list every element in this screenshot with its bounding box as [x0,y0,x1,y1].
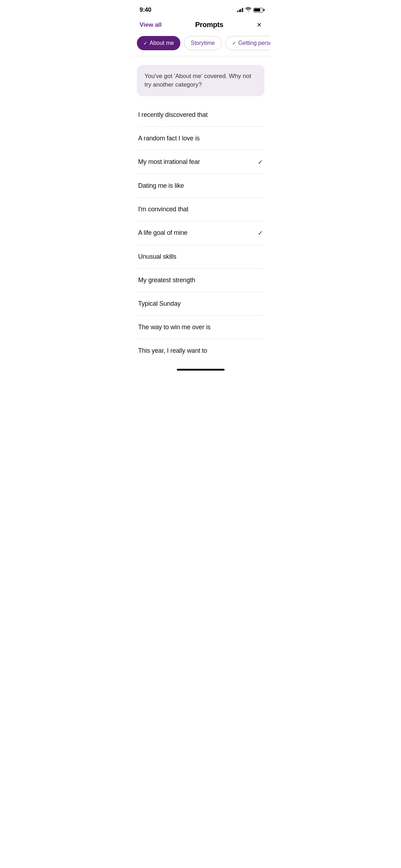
prompt-item-typical-sunday[interactable]: Typical Sunday [137,292,264,316]
prompt-text: I'm convinced that [138,206,189,213]
status-time: 9:40 [140,6,151,14]
prompt-list: I recently discovered that A random fact… [131,103,270,362]
header: View all Prompts × [131,18,270,35]
tab-storytime[interactable]: Storytime [184,36,222,50]
signal-icon [237,8,243,12]
close-button[interactable]: × [257,21,262,29]
prompt-text: The way to win me over is [138,324,211,331]
header-divider [131,56,270,56]
tab-storytime-label: Storytime [191,40,215,46]
prompt-item-unusual-skills[interactable]: Unusual skills [137,245,264,269]
tab-getting-personal[interactable]: ✓ Getting perso... [225,36,270,50]
prompt-text: Unusual skills [138,253,176,260]
checkmark-icon: ✓ [258,158,263,166]
prompt-text: I recently discovered that [138,111,208,119]
checkmark-icon: ✓ [258,229,263,237]
info-banner: You've got 'About me' covered. Why not t… [137,65,264,96]
prompt-item-irrational-fear[interactable]: My most irrational fear ✓ [137,150,264,174]
prompt-item-recently-discovered[interactable]: I recently discovered that [137,103,264,127]
prompt-item-this-year[interactable]: This year, I really want to [137,339,264,362]
prompt-item-dating-me[interactable]: Dating me is like [137,174,264,198]
battery-icon [253,8,263,12]
prompt-text: This year, I really want to [138,347,207,355]
tab-about-me-label: About me [150,40,174,46]
tab-getting-personal-check-icon: ✓ [232,40,236,46]
prompt-text: My most irrational fear [138,158,200,166]
prompt-item-greatest-strength[interactable]: My greatest strength [137,269,264,292]
banner-text: You've got 'About me' covered. Why not t… [145,73,251,88]
view-all-button[interactable]: View all [140,21,162,29]
tab-getting-personal-label: Getting perso... [238,40,270,46]
status-icons [237,7,263,13]
tab-check-icon: ✓ [143,40,148,46]
prompt-text: Typical Sunday [138,300,181,308]
wifi-icon [245,7,251,13]
tab-about-me[interactable]: ✓ About me [137,36,180,50]
prompt-item-random-fact[interactable]: A random fact I love is [137,127,264,150]
prompt-item-convinced[interactable]: I'm convinced that [137,198,264,221]
filter-tabs-container: ✓ About me Storytime ✓ Getting perso... [131,35,270,56]
prompt-text: Dating me is like [138,182,184,190]
home-indicator [131,365,270,373]
prompt-text: A random fact I love is [138,135,200,142]
prompt-text: A life goal of mine [138,229,187,237]
page-title: Prompts [195,21,223,29]
status-bar: 9:40 [131,0,270,18]
home-indicator-bar [177,369,225,371]
prompt-item-life-goal[interactable]: A life goal of mine ✓ [137,221,264,245]
prompt-text: My greatest strength [138,277,195,284]
prompt-item-win-me-over[interactable]: The way to win me over is [137,316,264,339]
